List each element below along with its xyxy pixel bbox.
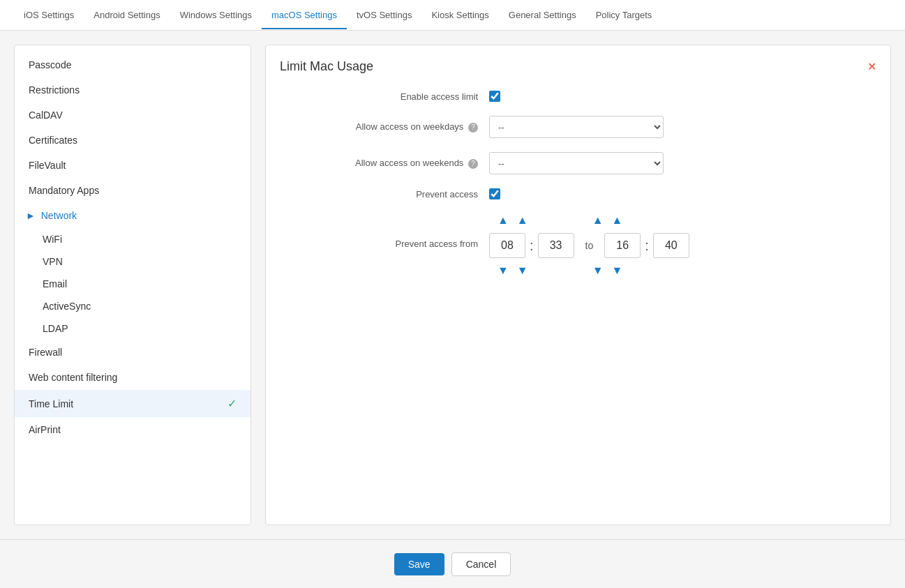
allow-weekdays-control: -- (489, 116, 664, 138)
cancel-button[interactable]: Cancel (451, 552, 511, 576)
allow-weekends-row: Allow access on weekends ? -- (280, 152, 876, 174)
top-nav: iOS Settings Android Settings Windows Se… (0, 0, 905, 31)
to-hour-down-button[interactable]: ▼ (588, 264, 608, 278)
tab-windows[interactable]: Windows Settings (170, 1, 262, 29)
enable-access-limit-control (489, 91, 500, 102)
sidebar-item-email[interactable]: Email (15, 273, 250, 295)
enable-access-limit-row: Enable access limit (280, 91, 876, 102)
sidebar-item-activesync[interactable]: ActiveSync (15, 295, 250, 317)
from-minute-up-button[interactable]: ▲ (513, 213, 532, 227)
to-hour-up-button[interactable]: ▲ (588, 213, 608, 227)
allow-weekdays-help-icon[interactable]: ? (468, 123, 478, 133)
to-label: to (585, 240, 594, 251)
from-minute-down-button[interactable]: ▼ (513, 264, 532, 278)
sidebar-item-web-content[interactable]: Web content filtering (15, 365, 250, 390)
sidebar-item-time-limit[interactable]: Time Limit ✓ (15, 390, 250, 417)
sidebar-item-ldap[interactable]: LDAP (15, 317, 250, 340)
from-hour-up-button[interactable]: ▲ (493, 213, 513, 227)
close-button[interactable]: ✕ (867, 60, 876, 73)
time-limit-check-icon: ✓ (227, 397, 237, 410)
sidebar: Passcode Restrictions CalDAV Certificate… (14, 45, 251, 525)
content-panel: Limit Mac Usage ✕ Enable access limit Al… (265, 45, 891, 525)
prevent-access-from-row: Prevent access from ▲ ▲ ▲ ▲ 08 (280, 213, 876, 278)
tab-android[interactable]: Android Settings (84, 1, 170, 29)
enable-access-limit-checkbox[interactable] (489, 91, 500, 102)
network-expand-arrow: ► (26, 210, 38, 221)
sidebar-item-certificates[interactable]: Certificates (15, 128, 250, 153)
sidebar-item-caldav[interactable]: CalDAV (15, 103, 250, 128)
allow-weekends-control: -- (489, 152, 664, 174)
tab-general[interactable]: General Settings (499, 1, 586, 29)
sidebar-item-passcode[interactable]: Passcode (15, 52, 250, 77)
sidebar-item-restrictions[interactable]: Restrictions (15, 77, 250, 103)
sidebar-item-wifi[interactable]: WiFi (15, 228, 250, 250)
to-minute-down-button[interactable]: ▼ (608, 264, 627, 278)
from-hour-input[interactable]: 08 (489, 233, 525, 258)
panel-title: Limit Mac Usage (280, 59, 373, 74)
allow-weekdays-label: Allow access on weekdays ? (280, 121, 489, 133)
sidebar-item-network[interactable]: ► Network (15, 203, 250, 228)
from-minute-input[interactable]: 33 (538, 233, 574, 258)
tab-policy[interactable]: Policy Targets (586, 1, 662, 29)
footer: Save Cancel (0, 539, 905, 588)
tab-tvos[interactable]: tvOS Settings (347, 1, 421, 29)
allow-weekends-select[interactable]: -- (489, 152, 664, 174)
time-pickers-area: ▲ ▲ ▲ ▲ 08 : 33 to 16 : (489, 213, 689, 278)
main-layout: Passcode Restrictions CalDAV Certificate… (0, 31, 905, 539)
allow-weekdays-row: Allow access on weekdays ? -- (280, 116, 876, 138)
to-colon: : (645, 238, 649, 254)
from-hour-down-button[interactable]: ▼ (493, 264, 513, 278)
to-hour-input[interactable]: 16 (604, 233, 641, 258)
tab-macos[interactable]: macOS Settings (262, 1, 347, 29)
sidebar-item-filevault[interactable]: FileVault (15, 153, 250, 178)
sidebar-item-firewall[interactable]: Firewall (15, 340, 250, 365)
tab-kiosk[interactable]: Kiosk Settings (421, 1, 498, 29)
to-minute-input[interactable]: 40 (653, 233, 689, 258)
panel-header: Limit Mac Usage ✕ (280, 59, 876, 74)
prevent-access-row: Prevent access (280, 188, 876, 199)
sidebar-item-vpn[interactable]: VPN (15, 250, 250, 273)
tab-ios[interactable]: iOS Settings (14, 1, 84, 29)
save-button[interactable]: Save (394, 553, 444, 575)
sidebar-item-airprint[interactable]: AirPrint (15, 417, 250, 442)
allow-weekdays-select[interactable]: -- (489, 116, 664, 138)
prevent-access-from-label: Prevent access from (280, 213, 489, 249)
from-colon: : (530, 238, 534, 254)
prevent-access-control (489, 188, 500, 199)
enable-access-limit-label: Enable access limit (280, 91, 489, 102)
prevent-access-label: Prevent access (280, 189, 489, 199)
allow-weekends-help-icon[interactable]: ? (468, 159, 478, 169)
to-minute-up-button[interactable]: ▲ (608, 213, 627, 227)
prevent-access-checkbox[interactable] (489, 188, 500, 199)
sidebar-item-mandatory-apps[interactable]: Mandatory Apps (15, 178, 250, 203)
allow-weekends-label: Allow access on weekends ? (280, 158, 489, 169)
